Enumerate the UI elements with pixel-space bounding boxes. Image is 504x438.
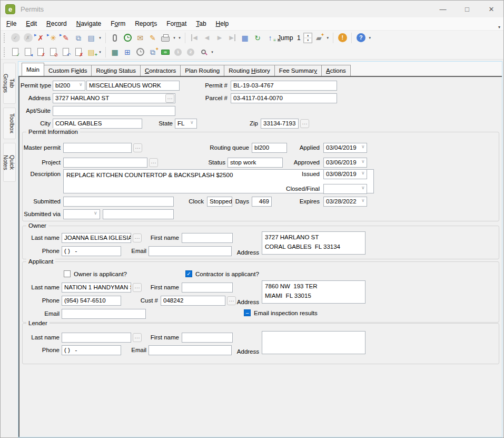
last-record-button[interactable]: ▶	[226, 32, 239, 44]
paste-dropdown-icon[interactable]: ▾	[97, 36, 103, 40]
minimize-button[interactable]: —	[431, 1, 455, 17]
delete-record-button[interactable]: ✗▸	[34, 32, 47, 44]
owner-address-box[interactable]: 3727 HARLANO STCORAL GABLES FL 33134	[262, 231, 365, 255]
hold-document-button[interactable]: ⊘	[47, 46, 60, 59]
parcel-field[interactable]: 03-4117-014-0070	[231, 93, 337, 103]
jump-value[interactable]: 1	[295, 34, 302, 42]
print-button[interactable]	[159, 32, 172, 44]
owner-is-applicant-checkbox[interactable]	[64, 270, 71, 277]
email-button[interactable]: ✉	[134, 32, 146, 44]
applied-date-field[interactable]: 03/04/2019	[323, 143, 367, 153]
spinner-down-icon[interactable]: ▼	[304, 38, 312, 43]
owner-email-field[interactable]	[149, 246, 232, 256]
toolbar-overflow-icon[interactable]: ▾	[177, 36, 182, 40]
tab-fee-summary[interactable]: Fee Summary	[274, 65, 322, 76]
zip-lookup-button[interactable]: …	[300, 119, 309, 128]
address-field[interactable]: 3727 HARLANO ST	[53, 93, 175, 103]
menu-form[interactable]: Form	[106, 18, 130, 30]
sidebar-item-quick-notes[interactable]: Quick Notes	[3, 143, 16, 182]
history-button[interactable]	[121, 32, 134, 44]
next-record-button[interactable]: ▶	[213, 32, 226, 44]
copy-record-button[interactable]: ⧉✦	[146, 46, 159, 59]
grid-view-button[interactable]: ▦	[239, 32, 251, 44]
copy-button[interactable]: ⧉	[72, 32, 85, 44]
previous-record-button[interactable]: ◀	[201, 32, 213, 44]
cust-number-field[interactable]: 048242	[161, 296, 225, 306]
lender-email-field[interactable]	[149, 345, 232, 355]
deny-document-button[interactable]: ✗	[34, 46, 47, 59]
email-inspection-results-checkbox[interactable]: –	[244, 309, 251, 316]
sidebar-item-toolbox[interactable]: Toolbox	[3, 108, 16, 139]
applicant-email-field[interactable]	[62, 309, 146, 319]
tab-plan-routing[interactable]: Plan Routing	[180, 65, 224, 76]
toolbar-grip[interactable]	[4, 47, 6, 57]
toolbar2-overflow-icon[interactable]: ▾	[210, 50, 215, 54]
owner-first-name-field[interactable]	[182, 233, 233, 243]
print-dropdown-icon[interactable]: ▾	[172, 36, 177, 40]
lender-address-box[interactable]	[262, 331, 365, 354]
chevron-down-icon[interactable]: ∨	[94, 210, 97, 216]
signature-button[interactable]: ✎	[146, 32, 159, 44]
edit-record-button[interactable]: ✎▸	[60, 32, 72, 44]
submitted-field[interactable]	[63, 197, 174, 207]
contractor-is-applicant-checkbox[interactable]: ✓	[185, 270, 192, 277]
clear-dropdown-icon[interactable]: ▾	[325, 36, 330, 40]
map-button[interactable]: ▦	[108, 46, 121, 59]
time-button[interactable]	[134, 46, 146, 59]
attachments-button[interactable]	[108, 32, 121, 44]
chevron-down-icon[interactable]: ∨	[361, 170, 365, 176]
lender-last-name-field[interactable]	[62, 333, 131, 343]
chevron-down-icon[interactable]: ∨	[361, 159, 365, 164]
help-button[interactable]: ?	[354, 32, 367, 44]
paste-button[interactable]: ▤	[85, 32, 97, 44]
issued-date-field[interactable]: 03/08/2019	[323, 169, 367, 179]
alerts-button[interactable]: !	[336, 32, 349, 44]
undo-document-button[interactable]: ↶	[60, 46, 72, 59]
add-note-button[interactable]: ▤+	[85, 46, 97, 59]
clear-form-button[interactable]: ▰✦	[312, 32, 325, 44]
state-select[interactable]: FL	[175, 119, 197, 129]
approve-document-button[interactable]: ✓	[9, 46, 22, 59]
menu-record[interactable]: Record	[42, 18, 72, 30]
lender-first-name-field[interactable]	[182, 333, 233, 343]
owner-lookup-button[interactable]: …	[133, 233, 142, 242]
zip-field[interactable]: 33134-7193	[261, 119, 299, 129]
city-field[interactable]: CORAL GABLES	[53, 119, 142, 129]
void-document-button[interactable]: ✗	[72, 46, 85, 59]
tab-routing-status[interactable]: Routing Status	[91, 65, 140, 76]
menu-help[interactable]: Help	[211, 18, 234, 30]
calculator-button[interactable]: ⊞	[121, 46, 134, 59]
project-lookup-button[interactable]: …	[149, 158, 158, 167]
lender-lookup-button[interactable]: …	[133, 333, 142, 342]
sort-button[interactable]: ↑≡	[264, 32, 276, 44]
chevron-down-icon[interactable]: ∨	[79, 82, 83, 87]
sidebar-item-tab-groups[interactable]: Tab Groups	[3, 63, 16, 104]
spinner-up-icon[interactable]: ▲	[304, 33, 312, 38]
chevron-down-icon[interactable]: ∨	[361, 185, 365, 190]
cancel-button[interactable]: ✗	[22, 32, 34, 44]
address-lookup-button[interactable]: …	[165, 94, 174, 103]
maximize-button[interactable]: □	[455, 1, 479, 17]
tab-actions[interactable]: Actions	[321, 65, 351, 76]
applicant-phone-field[interactable]: (954) 547-6510	[62, 296, 121, 306]
ok-button[interactable]: ✓	[9, 32, 22, 44]
notes-dropdown-icon[interactable]: ▾	[97, 50, 103, 54]
chevron-down-icon[interactable]: ∨	[361, 144, 365, 149]
tab-main[interactable]: Main	[22, 63, 44, 76]
chevron-down-icon[interactable]: ∨	[190, 120, 194, 125]
menubar-overflow-icon[interactable]: ▾	[498, 25, 500, 30]
menu-edit[interactable]: Edit	[21, 18, 42, 30]
project-field[interactable]	[63, 158, 147, 168]
applicant-last-name-field[interactable]: NATION 1 HANDYMAN SER	[62, 283, 131, 293]
approved-date-field[interactable]: 03/06/2019	[323, 158, 367, 168]
menu-format[interactable]: Format	[162, 18, 191, 30]
menu-navigate[interactable]: Navigate	[72, 18, 106, 30]
master-permit-field[interactable]	[63, 143, 132, 153]
inspect-search-button[interactable]	[197, 46, 210, 59]
web-view-1-button[interactable]: 1	[172, 46, 184, 59]
payment-button[interactable]	[159, 46, 172, 59]
permit-number-field[interactable]: BL-19-03-4767	[231, 81, 337, 91]
tab-contractors[interactable]: Contractors	[140, 65, 181, 76]
closed-final-date-field[interactable]	[323, 184, 367, 194]
master-permit-lookup-button[interactable]: …	[133, 143, 142, 152]
